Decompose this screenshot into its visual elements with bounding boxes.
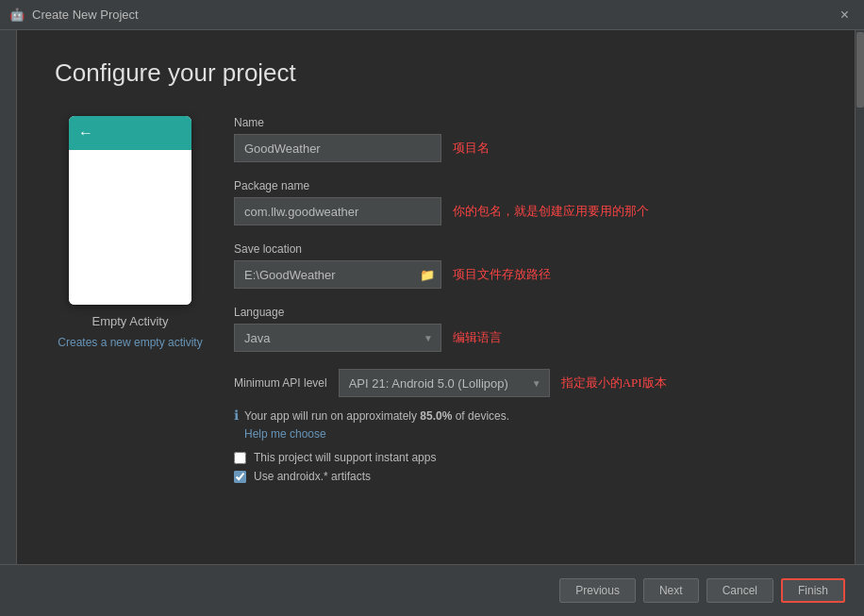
language-group: Language Java Kotlin ▼ 编辑语言 [234,306,817,352]
activity-label: Empty Activity [92,314,169,328]
info-icon: ℹ [234,408,239,423]
info-row: ℹ Your app will run on approximately 85.… [234,407,817,441]
package-group: Package name 你的包名，就是创建应用要用的那个 [234,179,817,225]
package-row: 你的包名，就是创建应用要用的那个 [234,197,817,225]
info-content: Your app will run on approximately 85.0%… [244,407,509,441]
info-text-before: Your app will run on approximately [244,409,420,423]
preview-panel: ← Empty Activity Creates a new empty act… [55,116,206,597]
api-level-row: Minimum API level API 21: Android 5.0 (L… [234,369,817,397]
name-label: Name [234,116,817,129]
api-level-select-wrapper: API 21: Android 5.0 (Lollipop) API 16: A… [339,369,550,397]
instant-apps-row: This project will support instant apps [234,451,817,464]
title-bar: 🤖 Create New Project × [0,0,864,30]
instant-apps-checkbox[interactable] [234,452,246,464]
page-title: Configure your project [55,58,817,88]
button-bar: Previous Next Cancel Finish [0,564,864,616]
api-annotation: 指定最小的API版本 [561,375,667,391]
name-annotation: 项目名 [453,140,490,157]
form-panel: Name 项目名 Package name 你的包名，就是创建应用要用的那个 [234,116,817,597]
activity-description: Creates a new empty activity [58,336,202,349]
previous-button[interactable]: Previous [559,578,636,603]
instant-apps-label: This project will support instant apps [254,451,436,464]
language-select[interactable]: Java Kotlin [235,325,440,351]
save-location-field: 📁 [234,260,441,289]
save-location-row: 📁 项目文件存放路径 [234,260,817,289]
back-arrow-icon: ← [78,125,93,142]
phone-header: ← [69,116,191,150]
folder-icon[interactable]: 📁 [414,268,440,282]
androidx-checkbox[interactable] [234,471,246,483]
vertical-scrollbar[interactable] [855,30,864,616]
close-button[interactable]: × [835,5,855,25]
name-group: Name 项目名 [234,116,817,162]
phone-body [69,150,191,305]
package-annotation: 你的包名，就是创建应用要用的那个 [453,203,649,220]
api-level-label: Minimum API level [234,376,327,390]
title-bar-left: 🤖 Create New Project [9,8,139,22]
package-input[interactable] [234,197,441,225]
main-area: ← Empty Activity Creates a new empty act… [55,116,817,597]
package-label: Package name [234,179,817,192]
language-label: Language [234,306,817,319]
dialog-title: Create New Project [32,8,139,22]
language-row: Java Kotlin ▼ 编辑语言 [234,324,817,352]
api-level-select[interactable]: API 21: Android 5.0 (Lollipop) API 16: A… [340,371,549,396]
info-bold: 85.0% [420,409,452,423]
main-content: Configure your project ← Empty Activity … [17,30,855,616]
sidebar-strip [0,30,17,616]
cancel-button[interactable]: Cancel [706,578,773,603]
phone-preview: ← [69,116,191,305]
androidx-row: Use androidx.* artifacts [234,470,817,483]
save-location-annotation: 项目文件存放路径 [453,266,551,283]
name-input[interactable] [234,134,441,162]
save-location-input[interactable] [235,262,414,288]
android-logo-icon: 🤖 [9,8,25,22]
finish-button[interactable]: Finish [781,578,845,603]
language-annotation: 编辑语言 [453,329,502,346]
name-row: 项目名 [234,134,817,162]
androidx-label: Use androidx.* artifacts [254,470,371,483]
save-location-group: Save location 📁 项目文件存放路径 [234,242,817,289]
help-me-choose-link[interactable]: Help me choose [244,427,326,441]
save-location-label: Save location [234,242,817,256]
next-button[interactable]: Next [643,578,699,603]
scrollbar-thumb [856,32,864,108]
language-select-wrapper: Java Kotlin ▼ [234,324,441,352]
dialog-body: Configure your project ← Empty Activity … [0,30,864,616]
info-text-after: of devices. [452,409,509,423]
